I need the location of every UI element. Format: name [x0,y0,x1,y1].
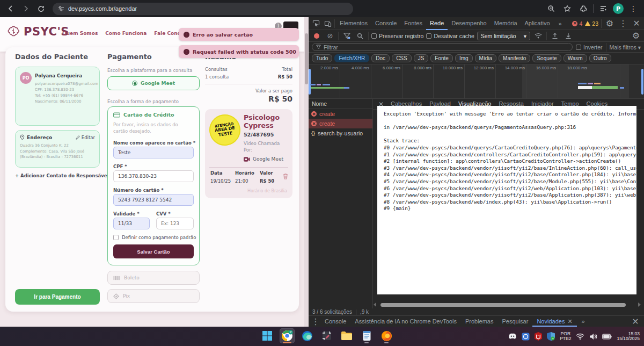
page-scrollbar[interactable] [304,17,309,327]
devtools-tab[interactable]: Console [371,17,400,30]
devtools-tab[interactable]: Memória [491,17,521,30]
start-button[interactable] [260,328,275,343]
firefox-taskbar-icon[interactable] [379,328,394,343]
request-type-chip[interactable]: Manifesto [499,54,530,62]
language-indicator[interactable]: POR PTB2 [560,331,571,342]
delete-appointment-icon[interactable] [283,173,288,179]
cpf-input[interactable] [113,170,194,182]
volume-tray-icon[interactable] [589,333,597,340]
card-number-input[interactable] [113,194,194,206]
name-column-header[interactable]: Nome [309,99,372,109]
drawer-close-icon[interactable]: ✕ [630,316,641,327]
import-har-icon[interactable] [550,31,560,41]
requests-count[interactable]: 3 / 6 solicitações [312,309,352,315]
reload-icon[interactable] [34,2,47,15]
drawer-tab[interactable]: Assistência de IA no Chrome DevTools✕ [350,316,461,327]
teams-tray-icon[interactable] [522,333,530,341]
devtools-tab[interactable]: Desempenho [448,17,490,30]
forward-icon[interactable] [19,2,32,15]
request-row[interactable]: ✕ {} create [309,109,372,119]
request-type-chip[interactable]: Doc [371,54,390,62]
network-conditions-icon[interactable] [533,31,544,41]
network-filter-input[interactable]: Filtrar [312,43,573,51]
toast-error-card[interactable]: ! Erro ao salvar cartão [179,28,299,41]
inspect-element-icon[interactable] [311,18,321,29]
request-type-chip[interactable]: CSS [392,54,412,62]
drawer-more-icon[interactable]: » [578,315,589,327]
drawer-tab[interactable]: Novidades✕ [532,316,576,327]
back-icon[interactable] [4,2,17,15]
save-card-button[interactable]: Salvar Cartão [113,244,194,258]
edge-taskbar-icon[interactable] [299,328,314,343]
more-tabs-icon[interactable]: » [555,18,566,30]
address-bar[interactable]: dev.psycs.com.br/agendar [53,3,353,15]
mcafee-tray-icon[interactable] [535,332,542,341]
devtools-close-icon[interactable]: ✕ [631,18,642,29]
file-explorer-taskbar-icon[interactable] [339,328,354,343]
drawer-tab[interactable]: Console✕ [320,316,350,327]
more-filters-button[interactable]: Mais filtros ▾ [610,44,641,51]
url-text[interactable]: dev.psycs.com.br/agendar [68,5,137,12]
validity-input[interactable] [113,218,150,229]
horizontal-scrollbar-thumb[interactable] [380,303,626,307]
address-card[interactable]: Endereço Editar Quadra 36 Conjunto K, 22… [15,130,100,168]
preserve-log-checkbox[interactable]: Preservar registro [371,33,423,39]
battery-tray-icon[interactable] [602,334,612,340]
extensions-icon[interactable] [577,2,590,15]
snipping-tool-taskbar-icon[interactable] [319,328,334,343]
browser-menu-icon[interactable]: ⋮ [627,2,640,15]
devtools-menu-icon[interactable]: ⋮ [618,18,628,29]
site-settings-icon[interactable] [58,5,64,12]
profile-avatar[interactable]: P [613,3,624,14]
console-error-count[interactable]: ✕4 [572,20,582,27]
clock[interactable]: 15:03 15/10/2025 [617,331,640,342]
network-settings-icon[interactable]: ⚙ [631,31,641,41]
tab-groups-icon[interactable] [597,2,610,15]
notepad-taskbar-icon[interactable] [359,328,374,343]
default-payment-checkbox[interactable]: Definir como pagamento padrão [113,235,196,240]
add-guardian-contact-link[interactable]: + Adicionar Contato do Responsável [15,173,108,178]
discord-tray-icon[interactable] [508,333,517,340]
go-to-payment-button[interactable]: Ir para Pagamento [15,289,100,305]
devtools-tab[interactable]: Fontes [400,17,426,30]
request-row[interactable]: ✕ {} create [309,119,372,128]
wifi-tray-icon[interactable] [576,333,584,340]
disable-cache-checkbox[interactable]: Desativar cache [426,33,474,39]
devtools-settings-icon[interactable]: ⚙ [604,18,615,29]
edit-address-button[interactable]: Editar [76,135,95,140]
drawer-menu-icon[interactable]: ⋮ [312,316,319,327]
windows-security-tray-icon[interactable] [547,332,555,341]
request-type-chip[interactable]: Img [455,54,473,62]
search-network-icon[interactable] [355,31,365,41]
request-row[interactable]: ✕ {} search-by-usuario [309,128,372,138]
request-type-chip[interactable]: Mídia [475,54,496,62]
bookmark-star-icon[interactable] [561,2,574,15]
request-type-chip[interactable]: Fonte [430,54,453,62]
export-har-icon[interactable] [563,31,574,41]
request-type-chip[interactable]: Outro [589,54,611,62]
device-toolbar-icon[interactable] [323,18,333,29]
nav-link[interactable]: Como Funciona [105,31,147,36]
devtools-tab[interactable]: Rede [426,17,448,30]
toast-error-500[interactable]: ! Request failed with status code 500 [179,45,299,58]
record-network-icon[interactable] [311,31,322,41]
devtools-tab[interactable]: Aplicativo [521,17,554,30]
card-name-input[interactable] [113,147,194,158]
patient-info-card[interactable]: PO Polyana Cerqueira polyanacerqueira078… [15,67,100,126]
request-type-chip[interactable]: Soquete [532,54,561,62]
request-type-chip[interactable]: Wasm [564,54,587,62]
invert-filter-checkbox[interactable]: Inverter [576,44,603,51]
pix-option[interactable]: Pix [107,289,200,303]
site-logo[interactable]: PSYC'S [6,25,69,39]
request-type-chip[interactable]: Tudo [312,54,332,62]
zoom-page-icon[interactable] [545,2,558,15]
request-type-chip[interactable]: Fetch/XHR [334,54,369,62]
cvv-input[interactable] [156,218,194,229]
console-warning-count[interactable]: 23 [585,20,598,27]
timeline-right-grip[interactable] [641,69,643,95]
scroll-left-icon[interactable] [374,302,376,307]
scroll-right-icon[interactable] [638,302,641,307]
throttling-select[interactable]: Sem limitação▾ [477,32,530,40]
devtools-tab[interactable]: Elementos [336,17,371,30]
timeline-left-grip[interactable] [309,69,311,95]
